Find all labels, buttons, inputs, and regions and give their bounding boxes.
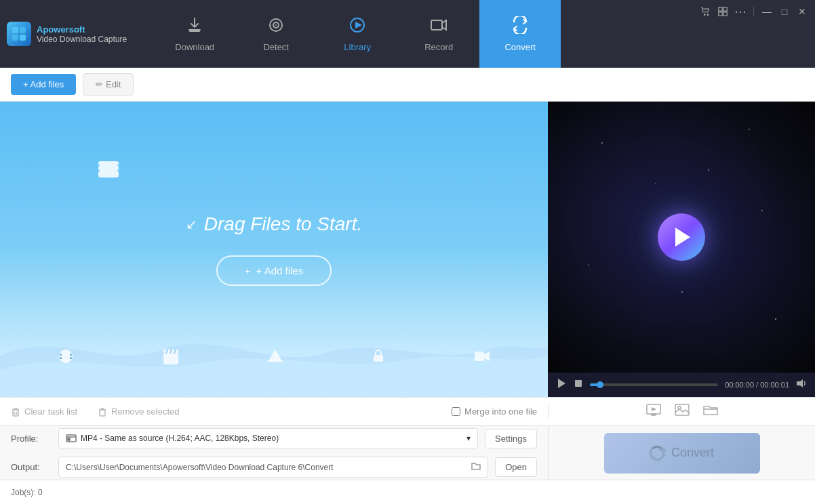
convert-spinner-icon — [650, 446, 664, 461]
app-product: Video Download Capture — [37, 35, 127, 44]
folder-button[interactable] — [703, 404, 718, 419]
main-area: ↙ Drag Files to Start. + + Add files — [0, 102, 815, 397]
stop-control-button[interactable] — [574, 379, 583, 391]
app-logo: Apowersoft Video Download Capture — [7, 22, 127, 46]
svg-rect-33 — [374, 355, 383, 362]
open-button[interactable]: Open — [495, 457, 537, 477]
minimize-button[interactable]: — — [762, 7, 772, 16]
convert-button[interactable]: Convert — [604, 433, 760, 474]
film-icon — [95, 156, 122, 188]
detect-icon — [267, 16, 285, 38]
svg-rect-25 — [70, 354, 72, 356]
app-logo-icon — [7, 22, 31, 46]
svg-rect-10 — [431, 20, 442, 30]
add-files-button[interactable]: + Add files — [11, 74, 76, 95]
svg-rect-37 — [575, 380, 582, 387]
toolbar: + Add files ✏ Edit — [0, 68, 815, 102]
task-toolbar-right — [548, 404, 815, 419]
close-button[interactable]: ✕ — [797, 7, 807, 16]
svg-marker-38 — [797, 379, 803, 387]
output-folder-button[interactable] — [471, 461, 481, 473]
drop-zone-content: ↙ Drag Files to Start. + + Add files — [186, 213, 362, 286]
tab-convert-label: Convert — [504, 42, 536, 52]
svg-rect-3 — [20, 35, 26, 41]
svg-rect-1 — [20, 27, 26, 33]
library-icon — [349, 16, 366, 38]
grid-icon[interactable] — [718, 7, 728, 16]
tab-detect[interactable]: Detect — [235, 0, 317, 68]
deco-triangle-icon — [268, 348, 283, 370]
nav-tabs: Download Detect Library — [154, 0, 700, 68]
svg-point-12 — [707, 14, 709, 16]
decorative-icons — [0, 348, 548, 370]
app-brand: Apowersoft — [37, 24, 127, 35]
download-icon — [186, 16, 203, 38]
convert-button-label: Convert — [671, 446, 714, 460]
play-button-preview[interactable] — [658, 213, 705, 261]
clear-task-button[interactable]: Clear task list — [11, 406, 77, 417]
play-triangle-icon — [675, 228, 690, 247]
remove-selected-label: Remove selected — [111, 406, 179, 417]
merge-checkbox-label[interactable]: Merge into one file — [452, 406, 537, 417]
add-files-center-button[interactable]: + + Add files — [216, 255, 332, 286]
record-icon — [430, 16, 448, 38]
svg-rect-48 — [675, 404, 689, 415]
cart-icon[interactable] — [700, 7, 710, 16]
tab-download[interactable]: Download — [154, 0, 235, 68]
preview-image-btn[interactable] — [675, 404, 690, 419]
svg-rect-26 — [70, 357, 72, 359]
progress-bar[interactable] — [590, 383, 718, 386]
svg-marker-47 — [652, 407, 656, 411]
deco-lock-icon — [371, 348, 386, 370]
svg-rect-39 — [13, 410, 18, 416]
preview-video-btn[interactable] — [646, 404, 661, 419]
app-logo-text: Apowersoft Video Download Capture — [37, 24, 127, 44]
settings-button[interactable]: Settings — [485, 429, 537, 448]
tab-record[interactable]: Record — [398, 0, 479, 68]
svg-marker-32 — [268, 350, 283, 362]
svg-rect-20 — [117, 164, 121, 167]
output-row: Output: C:\Users\User\Documents\Apowerso… — [11, 457, 537, 478]
svg-marker-36 — [558, 379, 565, 388]
merge-label: Merge into one file — [464, 406, 537, 417]
clear-task-label: Clear task list — [24, 406, 77, 417]
svg-point-22 — [59, 350, 73, 363]
deco-clapperboard-icon — [162, 348, 180, 370]
task-toolbar-left: Clear task list Remove selected Merge in… — [0, 406, 548, 417]
output-label: Output: — [11, 462, 52, 472]
tab-library[interactable]: Library — [317, 0, 398, 68]
tab-convert[interactable]: Convert — [479, 0, 561, 68]
svg-point-7 — [275, 24, 277, 26]
preview-video — [548, 102, 815, 373]
plus-icon: + — [245, 265, 251, 276]
settings-right: Convert — [548, 426, 815, 480]
profile-row: Profile: MP4 - Same as source (H.264; AA… — [11, 428, 537, 448]
svg-rect-27 — [163, 354, 178, 364]
edit-button[interactable]: ✏ Edit — [83, 73, 134, 96]
svg-rect-14 — [723, 7, 727, 11]
drag-arrow: ↙ — [186, 216, 197, 232]
svg-rect-17 — [98, 161, 119, 177]
svg-rect-19 — [96, 169, 100, 172]
profile-select[interactable]: MP4 - Same as source (H.264; AAC, 128Kbp… — [58, 428, 478, 448]
maximize-button[interactable]: □ — [780, 7, 789, 16]
settings-left: Profile: MP4 - Same as source (H.264; AA… — [0, 426, 548, 480]
svg-rect-4 — [189, 30, 200, 32]
volume-button[interactable] — [796, 378, 807, 392]
settings-bar: Profile: MP4 - Same as source (H.264; AA… — [0, 425, 815, 480]
svg-rect-23 — [60, 354, 62, 356]
svg-marker-9 — [355, 22, 362, 28]
video-controls: 00:00:00 / 00:00:01 — [548, 373, 815, 397]
tab-download-label: Download — [175, 42, 214, 52]
preview-panel: 00:00:00 / 00:00:01 — [548, 102, 815, 397]
more-icon[interactable]: ⋯ — [736, 7, 745, 16]
status-bar: Job(s): 0 — [0, 480, 815, 504]
task-toolbar: Clear task list Remove selected Merge in… — [0, 397, 815, 425]
play-control-button[interactable] — [556, 378, 567, 392]
svg-rect-13 — [719, 7, 722, 11]
add-files-center-label: + Add files — [256, 265, 304, 276]
remove-selected-button[interactable]: Remove selected — [98, 406, 179, 417]
profile-dropdown-icon: ▾ — [466, 434, 471, 443]
drop-zone[interactable]: ↙ Drag Files to Start. + + Add files — [0, 102, 548, 397]
merge-checkbox[interactable] — [452, 407, 460, 416]
